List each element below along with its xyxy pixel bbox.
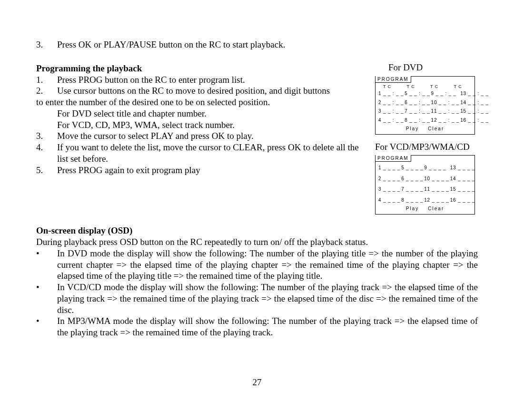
program-cell: 5 _ _ : _ _ <box>405 91 430 97</box>
program-cell: 13 _ _ _ _ <box>450 165 475 171</box>
program-cell: 4 _ _ _ _ <box>378 197 400 204</box>
program-cell: 15 _ _ : _ _ <box>460 108 489 115</box>
bullet-text: In VCD/CD mode the display will show the… <box>57 282 478 315</box>
column-header: T C <box>449 84 472 89</box>
bullet-text: In MP3/WMA mode the display will show th… <box>57 315 478 338</box>
program-cell: 13 _ _ : _ _ <box>460 91 489 97</box>
program-cell: 14 _ _ : _ _ <box>460 100 489 106</box>
program-cell: 14 _ _ _ _ <box>450 176 475 182</box>
bullet-icon: • <box>36 248 57 282</box>
program-cell: 16 _ _ : _ _ <box>460 117 489 124</box>
program-cell: 4 _ _ : _ _ <box>378 117 404 124</box>
bullet-text: In DVD mode the display will show the fo… <box>57 248 478 282</box>
osd-intro: During playback press OSD button on the … <box>36 236 478 248</box>
list-text-continuation: to enter the number of the desired one t… <box>36 97 367 108</box>
section-heading-programming: Programming the playback <box>36 63 367 74</box>
section-heading-osd: On-screen display (OSD) <box>36 225 478 236</box>
list-text: Press PROG button on the RC to enter pro… <box>57 74 367 86</box>
program-cell: 9 _ _ _ _ <box>424 165 449 171</box>
program-cell: 12 _ _ : _ _ <box>431 117 460 124</box>
program-tab-label: PROGRAM <box>375 155 411 162</box>
program-cell: 9 _ _ : _ _ <box>431 91 460 97</box>
program-cell: 7 _ _ _ _ <box>401 186 423 193</box>
program-cell: 1 _ _ : _ _ <box>378 91 404 97</box>
program-cell: 3 _ _ : _ _ <box>378 108 404 115</box>
program-cell: 12 _ _ _ _ <box>424 197 449 204</box>
list-number: 5. <box>36 165 57 176</box>
top-continuation: 3. Press OK or PLAY/PAUSE button on the … <box>36 39 367 50</box>
list-text: Move the cursor to select PLAY and press… <box>57 130 367 142</box>
program-box-dvd: PROGRAM T C T C T C T C 1 _ _ : _ _5 _ _… <box>375 76 475 135</box>
list-text: Press OK or PLAY/PAUSE button on the RC … <box>57 39 367 50</box>
side-figures: For DVD PROGRAM T C T C T C T C 1 _ _ : … <box>375 62 477 215</box>
list-number: 1. <box>36 74 57 86</box>
list-text: Use cursor buttons on the RC to move to … <box>57 85 367 97</box>
program-cell: 5 _ _ _ _ <box>401 165 423 171</box>
program-cell: 7 _ _ : _ _ <box>405 108 430 115</box>
program-cell: 2 _ _ : _ _ <box>378 100 404 106</box>
program-cell: 11 _ _ : _ _ <box>431 108 460 115</box>
program-cell: 10 _ _ _ _ <box>424 176 449 182</box>
program-cell: 15 _ _ _ _ <box>450 186 475 193</box>
list-subtext: For VCD, CD, MP3, WMA, select track numb… <box>57 119 367 131</box>
figure-caption-dvd: For DVD <box>388 62 477 73</box>
program-cell: 8 _ _ : _ _ <box>405 117 430 124</box>
list-number: 3. <box>36 130 57 142</box>
list-number: 3. <box>36 39 57 50</box>
program-cell: 1 _ _ _ _ <box>378 165 400 171</box>
program-cell: 10 _ _ : _ _ <box>431 100 460 106</box>
figure-caption-vcd: For VCD/MP3/WMA/CD <box>375 141 477 153</box>
program-box-vcd: PROGRAM 1 _ _ _ _5 _ _ _ _9 _ _ _ _13 _ … <box>375 155 475 215</box>
program-play-label: Play <box>406 126 419 131</box>
program-tab-label: PROGRAM <box>375 76 411 83</box>
column-header: T C <box>402 84 425 89</box>
program-cell: 8 _ _ _ _ <box>401 197 423 204</box>
program-cell: 2 _ _ _ _ <box>378 176 400 182</box>
program-cell: 3 _ _ _ _ <box>378 186 400 193</box>
program-clear-label: Clear <box>428 206 444 211</box>
program-play-label: Play <box>406 206 419 211</box>
column-header: T C <box>378 84 401 89</box>
list-number: 4. <box>36 142 57 165</box>
program-cell: 11 _ _ _ _ <box>424 186 449 193</box>
program-cell: 16 _ _ _ _ <box>450 197 475 204</box>
program-clear-label: Clear <box>428 126 444 131</box>
bullet-icon: • <box>36 315 57 338</box>
program-cell: 6 _ _ _ _ <box>401 176 423 182</box>
bullet-icon: • <box>36 282 57 315</box>
column-header: T C <box>425 84 448 89</box>
list-text: If you want to delete the list, move the… <box>57 142 367 165</box>
page-number: 27 <box>0 377 514 388</box>
list-number: 2. <box>36 85 57 97</box>
list-text: Press PROG again to exit program play <box>57 165 367 176</box>
list-subtext: For DVD select title and chapter number. <box>57 108 367 119</box>
program-cell: 6 _ _ : _ _ <box>405 100 430 106</box>
